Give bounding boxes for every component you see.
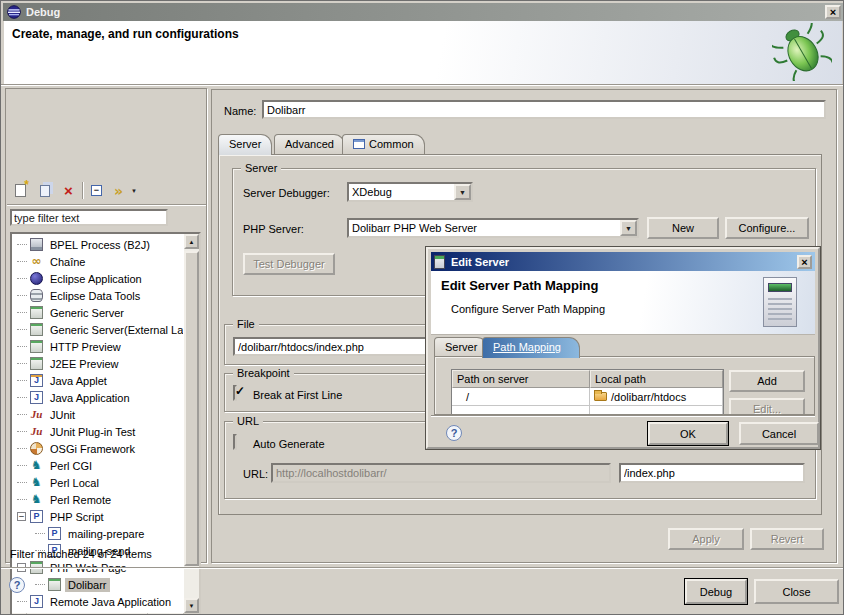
delete-configuration-button[interactable]: × (58, 181, 79, 200)
new-config-icon: * (15, 184, 26, 197)
filter-input[interactable] (10, 209, 168, 226)
window-close-button[interactable]: × (825, 5, 841, 19)
add-mapping-button[interactable]: Add (729, 370, 805, 392)
column-path-on-server[interactable]: Path on server (452, 370, 590, 388)
tree-item-junit-plugin[interactable]: JuJUnit Plug-in Test (13, 423, 183, 440)
table-row[interactable]: / /dolibarr/htdocs (452, 388, 723, 405)
tree-item-j2ee-preview[interactable]: J2EE Preview (13, 355, 183, 372)
server-icon (30, 306, 43, 319)
tree-item-generic-server[interactable]: Generic Server (13, 304, 183, 321)
server-debugger-label: Server Debugger: (243, 187, 330, 199)
breakpoint-group-title: Breakpoint (233, 367, 294, 379)
chevron-down-icon[interactable]: ▼ (454, 184, 471, 200)
dialog-heading: Edit Server Path Mapping (441, 278, 598, 293)
tree-item-java-applet[interactable]: JJava Applet (13, 372, 183, 389)
process-icon (30, 238, 43, 251)
folder-icon (594, 392, 607, 401)
toolbar-menu-button[interactable]: ▼ (128, 181, 140, 200)
tree-item-generic-server-external[interactable]: Generic Server(External La (13, 321, 183, 338)
cell-server-path: / (452, 388, 590, 405)
cancel-button[interactable]: Cancel (739, 422, 819, 445)
junit-plugin-icon: Ju (30, 425, 43, 438)
close-icon: × (801, 256, 807, 268)
php-server-select[interactable]: Dolibarr PHP Web Server ▼ (347, 218, 639, 238)
chevron-down-icon[interactable]: ▼ (620, 220, 637, 236)
edit-mapping-button: Edit... (729, 398, 805, 415)
launch-config-panel: * × − » ▼ BPEL Process (B2J) ∞Chaîne Ecl… (5, 88, 207, 563)
tree-item-php-script[interactable]: −PPHP Script (13, 508, 183, 525)
tree-item-bpel[interactable]: BPEL Process (B2J) (13, 236, 183, 253)
toolbar-underline (7, 204, 206, 205)
new-configuration-button[interactable]: * (10, 181, 31, 200)
tree-item-java-application[interactable]: JJava Application (13, 389, 183, 406)
tree-item-http-preview[interactable]: HTTP Preview (13, 338, 183, 355)
filter-icon: » (114, 184, 123, 198)
tab-advanced[interactable]: Advanced (274, 134, 345, 154)
tab-server[interactable]: Server (218, 134, 272, 155)
scroll-up-button[interactable]: ▲ (184, 234, 199, 249)
duplicate-configuration-button[interactable] (34, 181, 55, 200)
auto-generate-checkbox[interactable] (233, 434, 237, 450)
server-icon (30, 323, 43, 336)
tree-item-perl-cgi[interactable]: ♞Perl CGI (13, 457, 183, 474)
dialog-tab-path-mapping[interactable]: Path Mapping (482, 337, 580, 358)
column-local-path[interactable]: Local path (590, 370, 723, 388)
ok-button[interactable]: OK (648, 422, 728, 445)
tree-item-perl-remote[interactable]: ♞Perl Remote (13, 491, 183, 508)
server-debugger-select[interactable]: XDebug ▼ (347, 182, 473, 202)
check-icon: ✓ (235, 384, 245, 398)
dialog-title: Edit Server (451, 256, 509, 268)
test-debugger-button: Test Debugger (243, 253, 335, 275)
dialog-tab-server[interactable]: Server (434, 337, 488, 357)
tree-item-dolibarr[interactable]: Dolibarr (13, 576, 183, 593)
vertical-scroll-thumb[interactable] (184, 251, 199, 566)
filter-configurations-button[interactable]: » (108, 181, 129, 200)
tree-item-junit[interactable]: JuJUnit (13, 406, 183, 423)
configure-server-button[interactable]: Configure... (725, 217, 809, 239)
tree-item-osgi[interactable]: OSGi Framework (13, 440, 183, 457)
revert-button: Revert (750, 528, 824, 550)
server-icon (30, 357, 43, 370)
dialog-help-button[interactable]: ? (446, 425, 462, 441)
window-titlebar[interactable]: Debug (3, 3, 843, 21)
auto-url-field (271, 463, 611, 483)
tree-item-eclipse-application[interactable]: Eclipse Application (13, 270, 183, 287)
break-first-line-checkbox[interactable]: ✓ (233, 385, 237, 401)
apply-button: Apply (668, 528, 744, 550)
tree-item-perl-local[interactable]: ♞Perl Local (13, 474, 183, 491)
osgi-icon (30, 442, 43, 455)
window-title: Debug (26, 6, 60, 18)
cell-local-path: /dolibarr/htdocs (590, 388, 723, 405)
dialog-titlebar[interactable]: Edit Server × (431, 252, 815, 271)
chain-icon: ∞ (30, 255, 43, 268)
collapse-all-icon: − (91, 185, 102, 196)
new-server-button[interactable]: New (647, 217, 719, 239)
debug-button[interactable]: Debug (685, 579, 747, 604)
url-path-field[interactable] (619, 463, 805, 483)
file-group-title: File (233, 318, 259, 330)
tree-item-remote-java[interactable]: JRemote Java Application (13, 593, 183, 610)
tab-common[interactable]: Common (342, 134, 425, 154)
close-icon: × (830, 6, 836, 18)
tree-vertical-scrollbar[interactable]: ▲ ▼ (184, 234, 199, 613)
collapse-toggle[interactable]: − (17, 512, 26, 521)
path-mapping-table: Path on server Local path / /dolibarr/ht… (451, 369, 724, 415)
collapse-all-button[interactable]: − (86, 181, 107, 200)
filter-status-text: Filter matched 24 of 24 items (10, 548, 152, 560)
tree-item-mailing-prepare[interactable]: Pmailing-prepare (13, 525, 183, 542)
name-input[interactable] (262, 100, 826, 119)
tree-item-chaine[interactable]: ∞Chaîne (13, 253, 183, 270)
toolbar-separator (82, 182, 83, 199)
php-server-label: PHP Server: (243, 223, 304, 235)
close-button[interactable]: Close (754, 579, 839, 604)
tree-item-eclipse-data-tools[interactable]: Eclipse Data Tools (13, 287, 183, 304)
dialog-tab-bar: Server Path Mapping (431, 337, 819, 357)
help-button[interactable]: ? (9, 577, 25, 593)
server-icon (30, 340, 43, 353)
perl-icon: ♞ (30, 493, 43, 506)
scroll-down-button[interactable]: ▼ (184, 598, 199, 613)
eclipse-sphere-icon (30, 272, 43, 285)
dialog-close-button[interactable]: × (797, 255, 812, 269)
break-first-line-label: Break at First Line (253, 389, 342, 401)
common-tab-icon (353, 139, 365, 149)
